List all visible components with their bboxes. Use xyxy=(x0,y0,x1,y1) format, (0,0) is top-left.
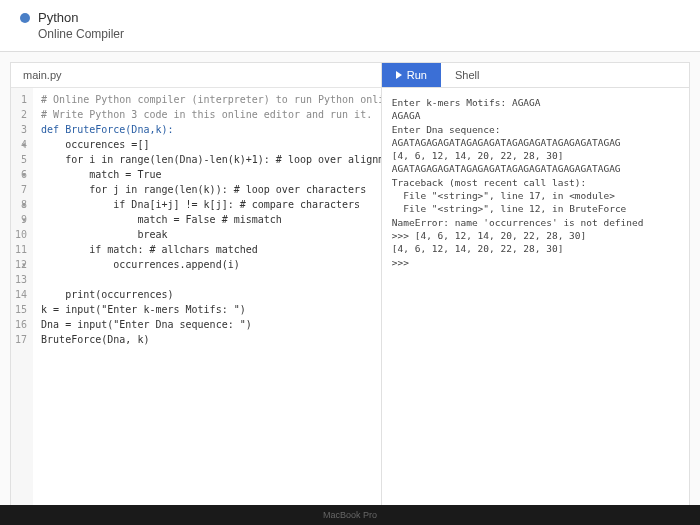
run-button[interactable]: Run xyxy=(382,63,441,87)
shell-output[interactable]: Enter k-mers Motifs: AGAGA AGAGA Enter D… xyxy=(382,87,690,507)
editor-pane: main.py 123 ▾45 ▾67 ▾8 ▾91011 ▾121314151… xyxy=(10,62,382,507)
run-label: Run xyxy=(407,69,427,81)
code-area[interactable]: 123 ▾45 ▾67 ▾8 ▾91011 ▾121314151617 # On… xyxy=(11,88,381,506)
toolbar: Run Shell xyxy=(382,62,690,87)
line-gutter: 123 ▾45 ▾67 ▾8 ▾91011 ▾121314151617 xyxy=(11,88,33,506)
shell-tab[interactable]: Shell xyxy=(441,63,493,87)
code-lines[interactable]: # Online Python compiler (interpreter) t… xyxy=(33,88,381,506)
app-title: Python xyxy=(38,10,78,25)
app-subtitle: Online Compiler xyxy=(38,27,124,41)
logo-icon xyxy=(20,13,30,23)
device-label: MacBook Pro xyxy=(0,505,700,525)
play-icon xyxy=(396,71,402,79)
editor-tab[interactable]: main.py xyxy=(11,63,381,88)
